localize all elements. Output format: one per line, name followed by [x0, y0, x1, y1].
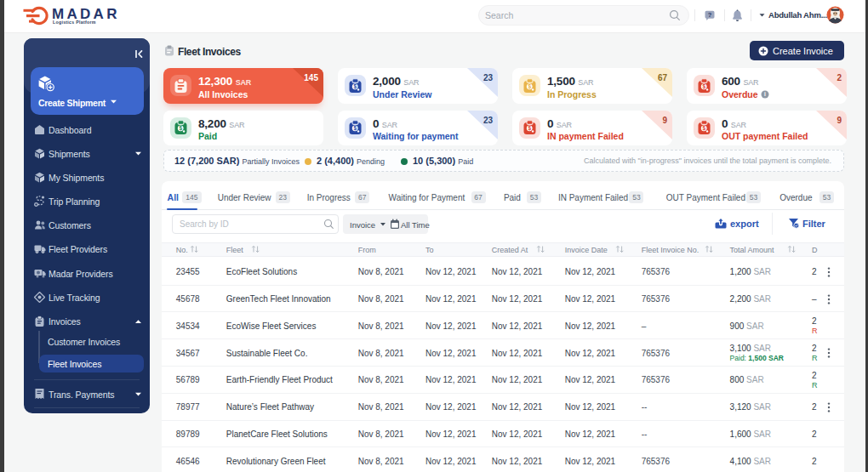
svg-text:$: $: [702, 83, 705, 90]
svg-text:$: $: [353, 83, 357, 90]
svg-text:$: $: [702, 125, 705, 132]
svg-text:i: i: [764, 91, 766, 97]
svg-text:?: ?: [708, 11, 712, 19]
svg-text:$: $: [179, 125, 182, 132]
svg-text:$: $: [528, 125, 531, 132]
svg-text:$: $: [353, 125, 357, 132]
svg-text:$: $: [528, 83, 531, 90]
